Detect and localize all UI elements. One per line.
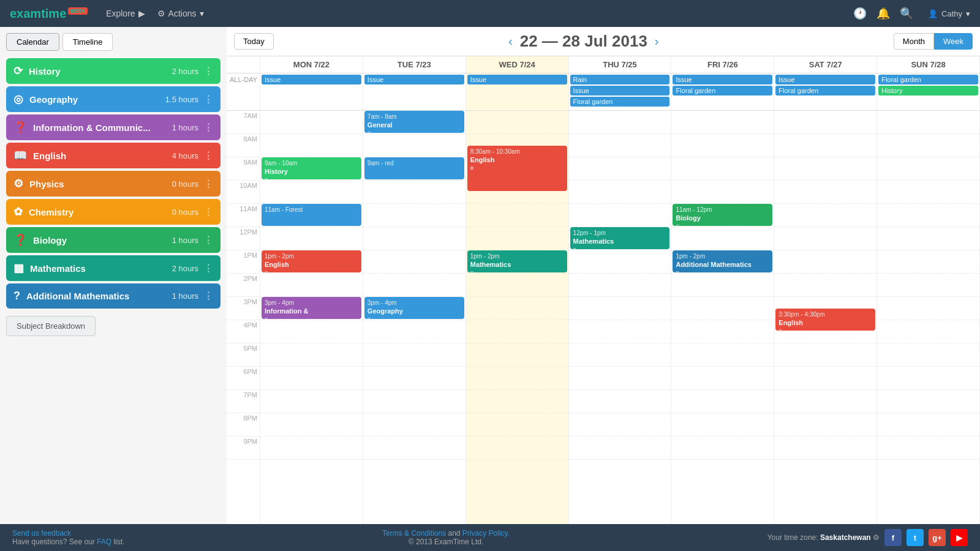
calendar-event[interactable]: 12pm - 1pm Mathematics ≡ (570, 227, 670, 249)
calendar-event[interactable]: 3pm - 4pm Geography ≡ (364, 297, 464, 319)
allday-event[interactable]: Floral garden (673, 86, 772, 96)
calendar-event[interactable]: 9am - 10am History ≡ (262, 157, 361, 179)
subject-item-mathematics[interactable]: ▦ Mathematics 2 hours ⋮ (6, 255, 221, 281)
twitter-btn[interactable]: t (907, 529, 924, 546)
hour-row (569, 181, 671, 204)
allday-event[interactable]: Floral garden (878, 75, 978, 84)
feedback-link[interactable]: Send us feedback (12, 529, 71, 538)
event-dots: ≡ (368, 129, 461, 133)
hour-row (569, 413, 671, 437)
calendar-event[interactable]: 1pm - 2pm Additional Mathematics ≡ (673, 250, 772, 272)
week-view-button[interactable]: Week (934, 33, 973, 50)
search-icon[interactable]: 🔍 (900, 7, 913, 20)
prev-arrow[interactable]: ‹ (508, 34, 513, 48)
ict-name: Information & Communic... (33, 122, 172, 133)
faq-link[interactable]: FAQ (97, 538, 111, 546)
facebook-btn[interactable]: f (884, 529, 902, 546)
time-label: 9PM (227, 437, 260, 460)
hour-row (260, 343, 363, 367)
allday-event[interactable]: Issue (570, 86, 670, 96)
event-name: Mathematics (573, 237, 667, 246)
hour-row (877, 250, 979, 274)
hour-row (877, 274, 979, 297)
googleplus-btn[interactable]: g+ (929, 529, 946, 546)
hour-row (877, 111, 979, 134)
subject-item-chemistry[interactable]: ✿ Chemistry 0 hours ⋮ (6, 199, 221, 225)
english-drag-handle[interactable]: ⋮ (203, 150, 213, 162)
biology-icon: ❓ (13, 233, 27, 247)
physics-hours: 0 hours (172, 179, 198, 189)
allday-event[interactable]: Issue (775, 75, 875, 84)
calendar-event[interactable]: 1pm - 2pm English ≡ (262, 250, 361, 272)
hour-row (466, 274, 568, 297)
ict-hours: 1 hours (172, 123, 198, 132)
event-time: 9am - 10am (265, 159, 358, 167)
event-dots: ≡ (470, 269, 564, 272)
ict-drag-handle[interactable]: ⋮ (203, 122, 213, 133)
biology-hours: 1 hours (172, 236, 198, 245)
allday-event[interactable]: History (878, 86, 978, 96)
beta-badge: BETA (68, 7, 88, 15)
calendar-event[interactable]: 9am - red (364, 157, 464, 179)
privacy-link[interactable]: Privacy Policy. (462, 529, 510, 538)
time-col-spacer (227, 56, 260, 73)
hour-row (671, 157, 774, 181)
history-drag-handle[interactable]: ⋮ (203, 66, 213, 77)
subject-breakdown-button[interactable]: Subject Breakdown (6, 316, 96, 336)
allday-event[interactable]: Floral garden (570, 97, 670, 107)
calendar-event[interactable]: 11am - Forest (262, 204, 361, 226)
hour-row (363, 437, 466, 460)
allday-event[interactable]: Issue (364, 75, 464, 84)
user-menu[interactable]: 👤 Cathy ▾ (928, 9, 970, 18)
allday-event[interactable]: Rain (570, 75, 670, 84)
next-arrow[interactable]: › (655, 34, 659, 48)
allday-cell-tue: Issue (363, 73, 466, 110)
clock-icon[interactable]: 🕐 (853, 7, 867, 20)
youtube-btn[interactable]: ▶ (951, 529, 968, 546)
allday-event[interactable]: Floral garden (775, 86, 875, 96)
tab-calendar[interactable]: Calendar (6, 33, 59, 51)
subject-item-addmath[interactable]: ? Additional Mathematics 1 hours ⋮ (6, 283, 221, 309)
terms-link[interactable]: Terms & Conditions (382, 529, 446, 538)
calendar-event[interactable]: 3:30pm - 4:30pm English ≡ (775, 309, 875, 331)
time-label: 4PM (227, 320, 260, 343)
month-view-button[interactable]: Month (894, 33, 934, 50)
hour-row (671, 367, 774, 390)
calendar-event[interactable]: 8:30am - 10:30am English ≡ (467, 146, 567, 191)
today-button[interactable]: Today (234, 33, 274, 50)
time-labels: 7AM8AM9AM10AM11AM12PM1PM2PM3PM4PM5PM6PM7… (227, 111, 260, 524)
event-dots: ≡ (265, 315, 358, 319)
bell-icon[interactable]: 🔔 (876, 7, 890, 20)
actions-nav[interactable]: ⚙ Actions ▾ (157, 9, 204, 18)
hour-row (569, 437, 671, 460)
calendar-event[interactable]: 3pm - 4pm Information & ≡ (262, 297, 361, 319)
biology-drag-handle[interactable]: ⋮ (203, 234, 213, 246)
allday-event[interactable]: Issue (467, 75, 567, 84)
tab-timeline[interactable]: Timeline (62, 33, 113, 51)
hour-row (260, 134, 363, 157)
physics-drag-handle[interactable]: ⋮ (203, 178, 213, 190)
chemistry-drag-handle[interactable]: ⋮ (203, 206, 213, 218)
allday-event[interactable]: Issue (262, 75, 361, 84)
mathematics-drag-handle[interactable]: ⋮ (203, 263, 213, 274)
calendar-area: Today ‹ 22 — 28 Jul 2013 › Month Week MO… (227, 27, 980, 524)
explore-nav[interactable]: Explore ▶ (106, 9, 145, 18)
allday-event[interactable]: Issue (673, 75, 772, 84)
time-label: 1PM (227, 250, 260, 274)
subject-item-biology[interactable]: ❓ Biology 1 hours ⋮ (6, 227, 221, 253)
addmath-drag-handle[interactable]: ⋮ (203, 290, 213, 302)
calendar-event[interactable]: 11am - 12pm Biology ≡ (673, 204, 772, 226)
day-col-sun (877, 111, 980, 524)
hour-row (774, 227, 876, 250)
subject-item-physics[interactable]: ⚙ Physics 0 hours ⋮ (6, 171, 221, 197)
subject-item-geography[interactable]: ◎ Geography 1.5 hours ⋮ (6, 86, 221, 112)
calendar-event[interactable]: 1pm - 2pm Mathematics ≡ (467, 250, 567, 272)
hour-row (363, 390, 466, 413)
subject-item-ict[interactable]: ❓ Information & Communic... 1 hours ⋮ (6, 114, 221, 140)
subject-item-history[interactable]: ⟳ History 2 hours ⋮ (6, 58, 221, 84)
calendar-event[interactable]: 7am - 8am General ≡ (364, 111, 464, 133)
hour-row (671, 343, 774, 367)
geography-drag-handle[interactable]: ⋮ (203, 94, 213, 105)
subject-item-english[interactable]: 📖 English 4 hours ⋮ (6, 143, 221, 168)
day-headers: MON 7/22 TUE 7/23 WED 7/24 THU 7/25 FRI … (227, 56, 980, 73)
